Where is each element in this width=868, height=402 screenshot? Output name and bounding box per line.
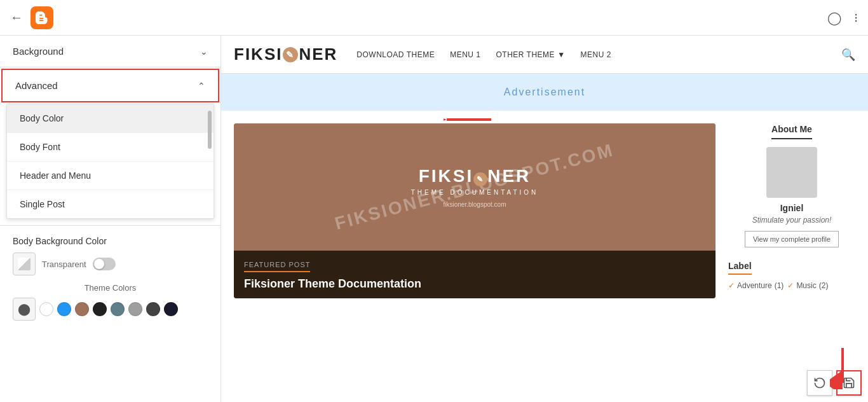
ad-text: Advertisement	[504, 87, 585, 97]
featured-logo-icon: ✎	[473, 172, 487, 186]
header-menu-label: Header and Menu	[20, 170, 91, 181]
theme-colors-label: Theme Colors	[13, 283, 208, 293]
color-preview-transparent[interactable]	[13, 253, 36, 275]
about-tagline: Stimulate your passion!	[728, 216, 855, 225]
label-item-adventure: ✓ Adventure (1)	[728, 281, 783, 290]
background-label: Background	[13, 46, 64, 57]
body-color-label: Body Color	[20, 113, 64, 123]
color-dot-darknavy[interactable]	[164, 302, 178, 316]
dropdown-item-header-menu[interactable]: Header and Menu	[7, 162, 214, 190]
top-bar-left: ←	[10, 6, 53, 29]
featured-logo-sub: THEME DOCUMENTATION	[411, 189, 539, 196]
nav-download-theme[interactable]: DOWNLOAD THEME	[356, 50, 435, 59]
sidebar: Background ⌄ Advanced ⌃ Body Color Body …	[0, 36, 221, 402]
featured-logo-text: FIKSI✎NER	[411, 166, 539, 186]
dropdown-item-body-color[interactable]: Body Color	[7, 104, 214, 133]
nav-other-theme-arrow: ▼	[557, 50, 565, 59]
color-dot-bluegrey[interactable]	[111, 302, 125, 316]
background-header[interactable]: Background ⌄	[0, 36, 220, 67]
nav-menu1[interactable]: Menu 1	[450, 50, 480, 59]
about-me-title: About Me	[771, 124, 812, 139]
label-count-music: (2)	[819, 281, 829, 290]
preview-content: FIKSIONER.BLOGSPOT.COM FIKSI✎NER THEME D…	[221, 111, 868, 311]
label-item-music: ✓ Music (2)	[787, 281, 828, 290]
ad-banner: Advertisement	[221, 74, 868, 111]
label-widget: Label ✓ Adventure (1) ✓ Music (2)	[728, 260, 855, 290]
nav-other-theme[interactable]: Other Theme ▼	[496, 50, 566, 59]
preview-area: FIKSI✎NER DOWNLOAD THEME Menu 1 Other Th…	[221, 36, 868, 402]
single-post-label: Single Post	[20, 199, 65, 209]
about-me-widget: About Me Igniel Stimulate your passion! …	[728, 123, 855, 247]
featured-card-top: FIKSIONER.BLOGSPOT.COM FIKSI✎NER THEME D…	[234, 123, 715, 251]
color-picker-button[interactable]: ⬤	[13, 298, 36, 321]
main-layout: Background ⌄ Advanced ⌃ Body Color Body …	[0, 36, 868, 402]
body-font-label: Body Font	[20, 142, 60, 152]
transparent-toggle[interactable]	[93, 258, 116, 270]
blogger-logo	[31, 6, 53, 29]
label-name-music: Music	[796, 281, 816, 290]
revert-button[interactable]	[807, 370, 832, 396]
featured-card-bottom: Featured Post Fiksioner Theme Documentat…	[234, 251, 715, 298]
advanced-label: Advanced	[15, 80, 58, 91]
dropdown-item-body-font[interactable]: Body Font	[7, 133, 214, 162]
logo-special-char: ✎	[283, 47, 298, 62]
background-section: Background ⌄	[0, 36, 220, 67]
advanced-dropdown: Body Color Body Font Header and Menu Sin…	[6, 104, 214, 219]
label-title: Label	[728, 261, 752, 275]
advanced-chevron: ⌃	[198, 81, 205, 91]
color-grid: ⬤	[13, 298, 208, 321]
advanced-section: Advanced ⌃ Body Color Body Font Header a…	[0, 69, 220, 226]
background-chevron: ⌄	[200, 46, 208, 57]
transparent-label: Transparent	[42, 260, 86, 269]
preview-sidebar-right: About Me Igniel Stimulate your passion! …	[728, 123, 855, 298]
red-arrow-down	[830, 345, 855, 389]
label-items: ✓ Adventure (1) ✓ Music (2)	[728, 281, 855, 290]
grid-icon[interactable]: ⁝	[854, 10, 858, 25]
top-bar: ← ◯ ⁝	[0, 0, 868, 36]
featured-post-title: Fiksioner Theme Documentation	[244, 277, 705, 291]
nav-search-icon[interactable]: 🔍	[841, 48, 855, 62]
color-dot-darkgrey[interactable]	[146, 302, 160, 316]
preview-logo: FIKSI✎NER	[234, 45, 337, 64]
transparent-toggle-row: Transparent	[13, 253, 208, 275]
color-dot-blue[interactable]	[57, 302, 71, 316]
preview-main: FIKSIONER.BLOGSPOT.COM FIKSI✎NER THEME D…	[234, 123, 715, 298]
featured-logo-url: fiksioner.blogspot.com	[411, 201, 539, 208]
body-bg-color-title: Body Background Color	[13, 236, 208, 246]
avatar-placeholder	[766, 147, 817, 198]
label-check-adventure: ✓	[728, 281, 735, 290]
advanced-header[interactable]: Advanced ⌃	[1, 69, 219, 102]
preview-nav: FIKSI✎NER DOWNLOAD THEME Menu 1 Other Th…	[221, 36, 868, 74]
nav-menu2[interactable]: Menu 2	[581, 50, 611, 59]
preview-nav-links: DOWNLOAD THEME Menu 1 Other Theme ▼ Menu…	[356, 48, 855, 62]
color-dot-brown[interactable]	[75, 302, 89, 316]
view-profile-button[interactable]: View my complete profile	[745, 231, 839, 247]
featured-card: FIKSIONER.BLOGSPOT.COM FIKSI✎NER THEME D…	[234, 123, 715, 298]
red-arrow-left	[444, 107, 494, 132]
nav-other-theme-label: Other Theme	[496, 50, 555, 59]
label-name-adventure: Adventure	[737, 281, 772, 290]
about-name: Igniel	[728, 203, 855, 213]
back-button[interactable]: ←	[10, 10, 23, 25]
color-dot-grey[interactable]	[128, 302, 142, 316]
featured-post-label: Featured Post	[244, 261, 310, 272]
label-check-music: ✓	[787, 281, 794, 290]
label-count-adventure: (1)	[775, 281, 784, 290]
top-bar-right: ◯ ⁝	[827, 10, 858, 25]
help-icon[interactable]: ◯	[827, 10, 841, 25]
color-dot-black[interactable]	[93, 302, 107, 316]
dropdown-item-single-post[interactable]: Single Post	[7, 190, 214, 218]
featured-logo-overlay: FIKSI✎NER THEME DOCUMENTATION fiksioner.…	[411, 166, 539, 208]
body-bg-color-section: Body Background Color Transparent Theme …	[0, 226, 220, 331]
color-dot-white[interactable]	[39, 302, 53, 316]
